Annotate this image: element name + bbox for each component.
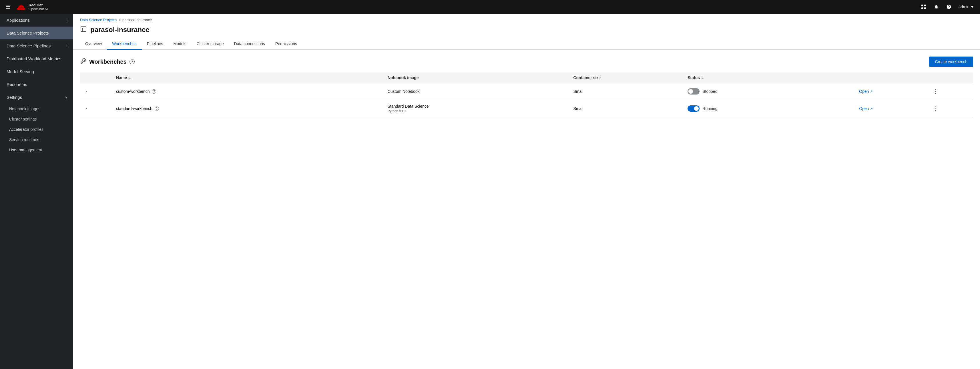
action-cell: Open ↗ [854,83,926,100]
row-expand-button[interactable]: › [84,88,88,95]
settings-chevron-icon: ∨ [65,95,67,100]
sidebar-item-dsp-label: Data Science Projects [6,30,49,35]
sidebar-item-data-science-projects[interactable]: Data Science Projects [0,27,73,40]
tab-overview[interactable]: Overview [80,38,107,50]
status-cell: Running [683,100,854,117]
tab-models[interactable]: Models [169,38,191,50]
th-status[interactable]: Status ⇅ [683,73,854,83]
workbench-help-icon[interactable]: ? [152,89,156,94]
open-link[interactable]: Open ↗ [859,106,873,111]
container-size-cell: Small [569,83,683,100]
svg-rect-4 [921,5,923,6]
question-icon [946,4,951,10]
notifications-button[interactable] [931,2,942,12]
status-text: Running [702,106,717,111]
brand: Red Hat OpenShift AI [16,3,918,11]
tab-data-connections[interactable]: Data connections [229,38,270,50]
section-help-icon[interactable]: ? [129,59,135,64]
open-link[interactable]: Open ↗ [859,89,873,94]
svg-point-3 [17,8,25,10]
tab-workbenches[interactable]: Workbenches [107,38,142,50]
svg-rect-5 [924,5,926,6]
sidebar-item-settings[interactable]: Settings ∨ [0,91,73,104]
applications-chevron-icon: › [66,18,67,22]
main-layout: Applications › Data Science Projects Dat… [0,14,980,369]
grid-icon-button[interactable] [918,2,929,12]
status-toggle-container: Stopped [687,88,850,95]
sidebar-item-resources-label: Resources [6,82,27,87]
help-button[interactable] [944,2,954,12]
redhat-hat-icon [16,3,26,11]
user-chevron-icon: ▾ [971,5,973,9]
sidebar-item-applications[interactable]: Applications › [0,14,73,27]
notebook-image-cell: Custom Notebook [383,83,569,100]
table-body: › custom-workbench ? Custom Notebook [80,83,973,117]
kebab-cell: ⋮ [926,83,973,100]
page-icon [80,25,87,34]
sidebar-item-distributed-workload-metrics[interactable]: Distributed Workload Metrics [0,52,73,65]
tab-pipelines[interactable]: Pipelines [142,38,169,50]
wrench-icon [80,58,86,66]
sidebar-item-pipelines-label: Data Science Pipelines [6,43,51,48]
user-menu-button[interactable]: admin ▾ [956,3,975,11]
sidebar-sub-notebook-images[interactable]: Notebook images [0,104,73,114]
workbench-name-text: standard-workbench [116,106,153,111]
workbench-help-icon[interactable]: ? [155,106,159,111]
container-size-text: Small [573,89,583,94]
redhat-logo: Red Hat OpenShift AI [16,3,48,11]
th-name[interactable]: Name ⇅ [111,73,383,83]
row-expand-cell: › [80,100,111,117]
breadcrumb-parent-link[interactable]: Data Science Projects [80,18,117,22]
sidebar-item-resources[interactable]: Resources [0,78,73,91]
sidebar-sub-accelerator-profiles[interactable]: Accelerator profiles [0,124,73,135]
workbench-name-row: custom-workbench ? [116,89,379,94]
workbench-name-row: standard-workbench ? [116,106,379,111]
tab-cluster-storage[interactable]: Cluster storage [191,38,229,50]
breadcrumb-separator: › [119,18,120,22]
sidebar-sub-cluster-settings[interactable]: Cluster settings [0,114,73,124]
sidebar-item-dwm-label: Distributed Workload Metrics [6,56,61,61]
section-title: Workbenches [89,59,127,65]
create-workbench-button[interactable]: Create workbench [929,57,973,67]
kebab-menu-button[interactable]: ⋮ [931,104,940,113]
toggle-knob [689,89,693,94]
kebab-menu-button[interactable]: ⋮ [931,87,940,96]
status-toggle[interactable] [687,88,700,95]
sidebar-item-applications-label: Applications [6,18,30,22]
toggle-knob [694,106,699,111]
topnav-actions: admin ▾ [918,2,975,12]
tab-permissions[interactable]: Permissions [270,38,302,50]
notebook-image-cell: Standard Data Science Python v3.9 [383,100,569,117]
grid-icon [921,4,926,10]
brand-text: Red Hat OpenShift AI [29,3,48,11]
sidebar-sub-serving-runtimes[interactable]: Serving runtimes [0,135,73,145]
svg-rect-7 [924,8,926,9]
status-toggle[interactable] [687,105,700,112]
row-expand-cell: › [80,83,111,100]
section-header: Workbenches ? Create workbench [80,57,973,67]
bell-icon [934,4,939,10]
workbench-name-cell: custom-workbench ? [111,83,383,100]
hamburger-menu[interactable]: ☰ [5,3,11,11]
external-link-icon: ↗ [870,106,873,111]
action-cell: Open ↗ [854,100,926,117]
th-menu [926,73,973,83]
workbenches-section: Workbenches ? Create workbench Name ⇅ [73,50,980,124]
row-expand-button[interactable]: › [84,105,88,112]
name-sort-icon: ⇅ [128,76,130,80]
sidebar-item-data-science-pipelines[interactable]: Data Science Pipelines › [0,40,73,52]
table-row: › custom-workbench ? Custom Notebook [80,83,973,100]
sidebar-sub-user-management[interactable]: User management [0,145,73,155]
svg-rect-6 [921,8,923,9]
th-container-size: Container size [569,73,683,83]
page-title: parasol-insurance [90,26,150,34]
th-notebook-image: Notebook image [383,73,569,83]
notebook-image-secondary: Python v3.9 [388,109,564,113]
sidebar-item-settings-label: Settings [6,95,22,100]
project-icon [80,25,87,32]
sidebar-item-model-serving[interactable]: Model Serving [0,65,73,78]
table-row: › standard-workbench ? Standard Data Sci… [80,100,973,117]
external-link-icon: ↗ [870,89,873,93]
workbench-icon [80,58,86,64]
breadcrumb-current: parasol-insurance [123,18,152,22]
